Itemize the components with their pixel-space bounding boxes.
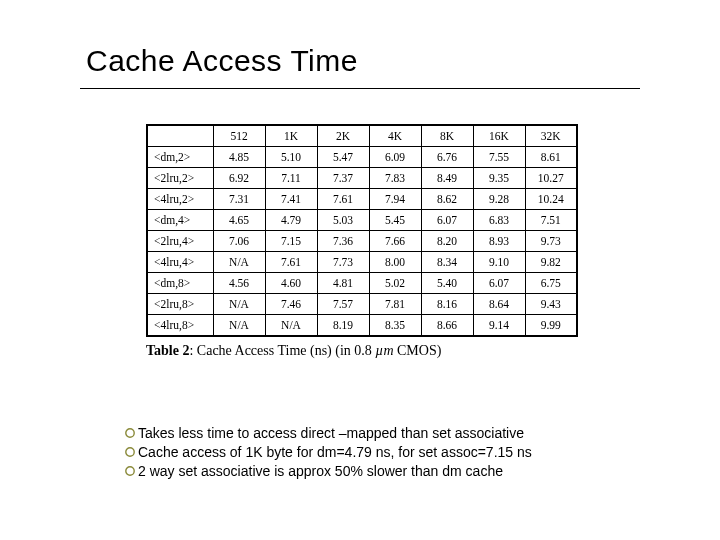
- cell: 5.40: [421, 273, 473, 294]
- bullet-circle-icon: [124, 446, 136, 458]
- cell: 9.14: [473, 315, 525, 337]
- row-label: <4lru,8>: [147, 315, 213, 337]
- cell: 4.79: [265, 210, 317, 231]
- table-row: <4lru,8> N/A N/A 8.19 8.35 8.66 9.14 9.9…: [147, 315, 577, 337]
- list-item: Takes less time to access direct –mapped…: [124, 424, 532, 443]
- cell: 9.43: [525, 294, 577, 315]
- cell: 4.65: [213, 210, 265, 231]
- cell: 5.02: [369, 273, 421, 294]
- cell: 5.10: [265, 147, 317, 168]
- cell: 4.60: [265, 273, 317, 294]
- bullet-text: Takes less time to access direct –mapped…: [138, 424, 524, 443]
- cell: 6.07: [473, 273, 525, 294]
- list-item: 2 way set associative is approx 50% slow…: [124, 462, 532, 481]
- cell: 8.66: [421, 315, 473, 337]
- cell: N/A: [213, 315, 265, 337]
- cell: 9.82: [525, 252, 577, 273]
- table-body: <dm,2> 4.85 5.10 5.47 6.09 6.76 7.55 8.6…: [147, 147, 577, 337]
- list-item: Cache access of 1K byte for dm=4.79 ns, …: [124, 443, 532, 462]
- cache-access-table: 512 1K 2K 4K 8K 16K 32K <dm,2> 4.85 5.10…: [146, 124, 578, 337]
- cell: 7.46: [265, 294, 317, 315]
- col-header: 16K: [473, 125, 525, 147]
- cell: 7.11: [265, 168, 317, 189]
- cell: 8.49: [421, 168, 473, 189]
- cell: 7.36: [317, 231, 369, 252]
- cell: 7.94: [369, 189, 421, 210]
- row-label: <4lru,2>: [147, 189, 213, 210]
- bullet-circle-icon: [124, 465, 136, 477]
- table-header-row: 512 1K 2K 4K 8K 16K 32K: [147, 125, 577, 147]
- col-header: 32K: [525, 125, 577, 147]
- bullet-text: Cache access of 1K byte for dm=4.79 ns, …: [138, 443, 532, 462]
- bullet-text: 2 way set associative is approx 50% slow…: [138, 462, 503, 481]
- col-header: 8K: [421, 125, 473, 147]
- table-row: <2lru,2> 6.92 7.11 7.37 7.83 8.49 9.35 1…: [147, 168, 577, 189]
- cell: 8.16: [421, 294, 473, 315]
- slide-title: Cache Access Time: [86, 44, 358, 78]
- bullet-circle-icon: [124, 427, 136, 439]
- table-row: <2lru,8> N/A 7.46 7.57 7.81 8.16 8.64 9.…: [147, 294, 577, 315]
- cell: 7.83: [369, 168, 421, 189]
- table-row: <dm,8> 4.56 4.60 4.81 5.02 5.40 6.07 6.7…: [147, 273, 577, 294]
- cell: 4.56: [213, 273, 265, 294]
- cell: 4.85: [213, 147, 265, 168]
- cell: 8.64: [473, 294, 525, 315]
- cell: 7.61: [317, 189, 369, 210]
- cell: 7.73: [317, 252, 369, 273]
- table-caption: Table 2: Cache Access Time (ns) (in 0.8 …: [146, 343, 578, 359]
- table-row: <4lru,4> N/A 7.61 7.73 8.00 8.34 9.10 9.…: [147, 252, 577, 273]
- row-label: <2lru,4>: [147, 231, 213, 252]
- row-label: <dm,4>: [147, 210, 213, 231]
- col-header: [147, 125, 213, 147]
- cell: 6.76: [421, 147, 473, 168]
- cell: 6.83: [473, 210, 525, 231]
- cell: 7.61: [265, 252, 317, 273]
- caption-text: : Cache Access Time (ns) (in 0.8: [189, 343, 375, 358]
- svg-point-0: [126, 429, 134, 437]
- cell: 7.55: [473, 147, 525, 168]
- cell: 9.99: [525, 315, 577, 337]
- row-label: <2lru,8>: [147, 294, 213, 315]
- cell: 9.28: [473, 189, 525, 210]
- cell: 6.09: [369, 147, 421, 168]
- cell: 7.81: [369, 294, 421, 315]
- table-row: <dm,4> 4.65 4.79 5.03 5.45 6.07 6.83 7.5…: [147, 210, 577, 231]
- cell: 10.27: [525, 168, 577, 189]
- cell: 8.20: [421, 231, 473, 252]
- row-label: <2lru,2>: [147, 168, 213, 189]
- cell: 9.73: [525, 231, 577, 252]
- cell: 7.41: [265, 189, 317, 210]
- cell: N/A: [213, 252, 265, 273]
- cell: 6.92: [213, 168, 265, 189]
- table-row: <dm,2> 4.85 5.10 5.47 6.09 6.76 7.55 8.6…: [147, 147, 577, 168]
- cell: 6.07: [421, 210, 473, 231]
- cell: 9.35: [473, 168, 525, 189]
- cell: 6.75: [525, 273, 577, 294]
- cell: 8.34: [421, 252, 473, 273]
- row-label: <4lru,4>: [147, 252, 213, 273]
- cell: 9.10: [473, 252, 525, 273]
- cell: N/A: [213, 294, 265, 315]
- table-container: 512 1K 2K 4K 8K 16K 32K <dm,2> 4.85 5.10…: [146, 124, 578, 359]
- cell: 8.61: [525, 147, 577, 168]
- caption-unit: µm: [375, 343, 393, 358]
- title-underline: [80, 88, 640, 89]
- cell: 7.51: [525, 210, 577, 231]
- cell: 8.93: [473, 231, 525, 252]
- col-header: 4K: [369, 125, 421, 147]
- table-row: <2lru,4> 7.06 7.15 7.36 7.66 8.20 8.93 9…: [147, 231, 577, 252]
- cell: 8.62: [421, 189, 473, 210]
- cell: 4.81: [317, 273, 369, 294]
- cell: 5.03: [317, 210, 369, 231]
- cell: 7.66: [369, 231, 421, 252]
- caption-lead: Table 2: [146, 343, 189, 358]
- cell: 7.37: [317, 168, 369, 189]
- row-label: <dm,8>: [147, 273, 213, 294]
- cell: 7.06: [213, 231, 265, 252]
- col-header: 1K: [265, 125, 317, 147]
- cell: 5.45: [369, 210, 421, 231]
- svg-point-2: [126, 467, 134, 475]
- table-row: <4lru,2> 7.31 7.41 7.61 7.94 8.62 9.28 1…: [147, 189, 577, 210]
- cell: 5.47: [317, 147, 369, 168]
- bullet-list: Takes less time to access direct –mapped…: [124, 424, 532, 481]
